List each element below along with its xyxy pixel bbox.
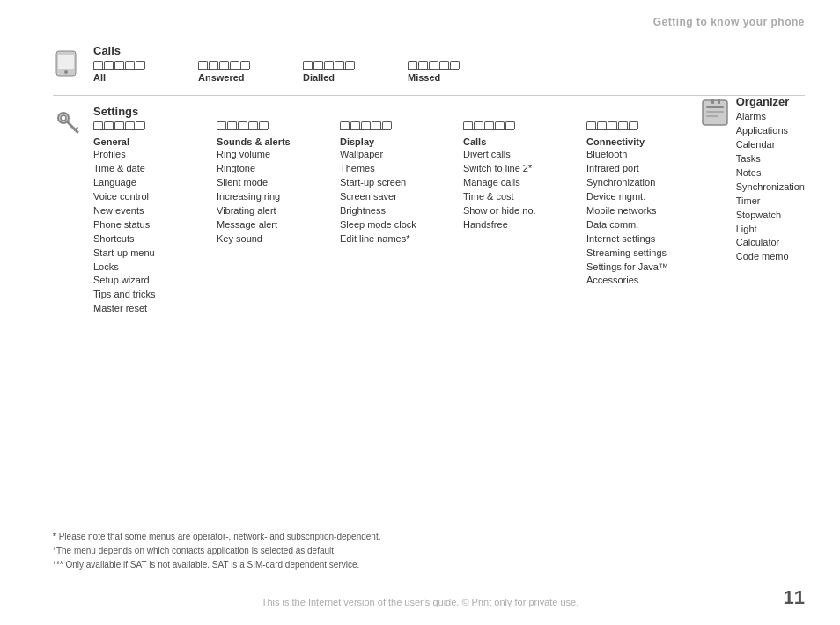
svg-rect-8 xyxy=(706,106,724,108)
footnote-1-text: Please note that some menus are operator… xyxy=(56,532,381,541)
footer-text: This is the Internet version of the user… xyxy=(262,597,579,607)
settings-col-list-0: ProfilesTime & dateLanguageVoice control… xyxy=(93,148,190,316)
calls-dialled: Dialled xyxy=(303,61,355,83)
organizer-item-9: Calculator xyxy=(736,236,805,250)
settings-col-icon-0 xyxy=(93,121,190,130)
settings-col-3: CallsDivert callsSwitch to line 2*Manage… xyxy=(463,121,560,232)
settings-item-0-9: Setup wizard xyxy=(93,274,190,288)
settings-col-list-4: BluetoothInfrared portSynchronizationDev… xyxy=(586,148,683,288)
settings-col-icon-1 xyxy=(217,121,313,130)
organizer-item-3: Tasks xyxy=(736,152,805,166)
section-divider xyxy=(53,95,805,96)
svg-rect-10 xyxy=(706,115,718,117)
settings-item-1-3: Increasing ring xyxy=(217,190,313,204)
organizer-item-7: Stopwatch xyxy=(736,209,805,223)
organizer-item-6: Timer xyxy=(736,195,805,209)
header-title: Getting to know your phone xyxy=(653,16,805,28)
settings-item-4-1: Infrared port xyxy=(586,162,683,176)
settings-item-4-9: Accessories xyxy=(586,274,683,288)
settings-col-title-3: Calls xyxy=(463,136,560,147)
settings-col-list-1: Ring volumeRingtoneSilent modeIncreasing… xyxy=(217,148,313,246)
settings-item-4-7: Streaming settings xyxy=(586,246,683,261)
settings-col-icon-2 xyxy=(340,121,437,130)
settings-item-1-2: Silent mode xyxy=(217,176,313,190)
svg-rect-12 xyxy=(718,99,720,104)
settings-col-icon-4 xyxy=(586,121,683,130)
settings-item-3-5: Handsfree xyxy=(463,218,560,232)
organizer-item-4: Notes xyxy=(736,166,805,180)
calls-content: Calls All xyxy=(93,44,805,83)
calls-all-label: All xyxy=(93,72,106,83)
settings-col-title-4: Connectivity xyxy=(586,136,683,147)
settings-col-title-0: General xyxy=(93,136,190,147)
svg-rect-11 xyxy=(711,99,714,104)
settings-item-2-0: Wallpaper xyxy=(340,148,437,162)
settings-item-0-0: Profiles xyxy=(93,148,190,162)
settings-col-list-2: WallpaperThemesStart-up screenScreen sav… xyxy=(340,148,437,246)
settings-col-4: ConnectivityBluetoothInfrared portSynchr… xyxy=(586,121,683,288)
settings-item-0-4: New events xyxy=(93,204,190,218)
footnotes: * Please note that some menus are operat… xyxy=(53,530,805,572)
settings-item-4-5: Data comm. xyxy=(586,218,683,232)
organizer-item-0: Alarms xyxy=(736,110,805,124)
svg-rect-9 xyxy=(706,111,724,113)
footnote-2: *The menu depends on which contacts appl… xyxy=(53,544,805,557)
settings-col-0: GeneralProfilesTime & dateLanguageVoice … xyxy=(93,121,190,316)
settings-item-0-2: Language xyxy=(93,176,190,190)
settings-item-2-5: Sleep mode clock xyxy=(340,218,437,232)
settings-item-4-2: Synchronization xyxy=(586,176,683,190)
settings-item-3-1: Switch to line 2* xyxy=(463,162,560,176)
calls-categories: All Answered xyxy=(93,61,805,83)
settings-item-3-0: Divert calls xyxy=(463,148,560,162)
calls-all-icon xyxy=(93,61,145,70)
calls-missed: Missed xyxy=(408,61,460,83)
settings-item-1-4: Vibrating alert xyxy=(217,204,313,218)
organizer-list: AlarmsApplicationsCalendarTasksNotesSync… xyxy=(736,110,805,264)
organizer-item-2: Calendar xyxy=(736,138,805,152)
settings-item-3-4: Show or hide no. xyxy=(463,204,560,218)
settings-item-2-2: Start-up screen xyxy=(340,176,437,190)
settings-item-1-1: Ringtone xyxy=(217,162,313,176)
organizer-item-1: Applications xyxy=(736,124,805,138)
calls-icon xyxy=(53,46,88,79)
calls-missed-label: Missed xyxy=(408,72,440,83)
settings-col-list-3: Divert callsSwitch to line 2*Manage call… xyxy=(463,148,560,232)
settings-col-1: Sounds & alertsRing volumeRingtoneSilent… xyxy=(217,121,313,246)
svg-rect-1 xyxy=(58,55,74,69)
calls-all: All xyxy=(93,61,145,83)
settings-item-0-6: Shortcuts xyxy=(93,232,190,246)
settings-item-0-7: Start-up menu xyxy=(93,246,190,261)
settings-item-0-1: Time & date xyxy=(93,162,190,176)
page-footer: This is the Internet version of the user… xyxy=(0,597,840,607)
organizer-item-8: Light xyxy=(736,223,805,237)
settings-item-0-11: Master reset xyxy=(93,302,190,316)
settings-item-1-5: Message alert xyxy=(217,218,313,232)
calls-answered-label: Answered xyxy=(198,72,245,83)
settings-item-4-6: Internet settings xyxy=(586,232,683,246)
organizer-icon xyxy=(699,97,731,130)
calls-answered-icon xyxy=(198,61,250,70)
settings-col-title-2: Display xyxy=(340,136,437,147)
settings-item-1-0: Ring volume xyxy=(217,148,313,162)
settings-item-4-4: Mobile networks xyxy=(586,204,683,218)
settings-item-0-5: Phone status xyxy=(93,218,190,232)
calls-dialled-label: Dialled xyxy=(303,72,335,83)
svg-point-4 xyxy=(61,115,66,121)
organizer-item-10: Code memo xyxy=(736,250,805,264)
settings-item-4-0: Bluetooth xyxy=(586,148,683,162)
settings-item-0-10: Tips and tricks xyxy=(93,288,190,302)
footnote-3: *** Only available if SAT is not availab… xyxy=(53,558,805,571)
settings-item-3-2: Manage calls xyxy=(463,176,560,190)
settings-item-3-3: Time & cost xyxy=(463,190,560,204)
settings-item-0-3: Voice control xyxy=(93,190,190,204)
settings-item-1-6: Key sound xyxy=(217,232,313,246)
settings-item-2-4: Brightness xyxy=(340,204,437,218)
calls-section: Calls All xyxy=(53,44,805,83)
organizer-item-5: Synchronization xyxy=(736,180,805,195)
calls-missed-icon xyxy=(408,61,460,70)
calls-title: Calls xyxy=(93,44,805,57)
page-header: Getting to know your phone xyxy=(0,0,840,28)
page-number: 11 xyxy=(784,586,805,609)
settings-col-title-1: Sounds & alerts xyxy=(217,136,313,147)
settings-item-4-3: Device mgmt. xyxy=(586,190,683,204)
